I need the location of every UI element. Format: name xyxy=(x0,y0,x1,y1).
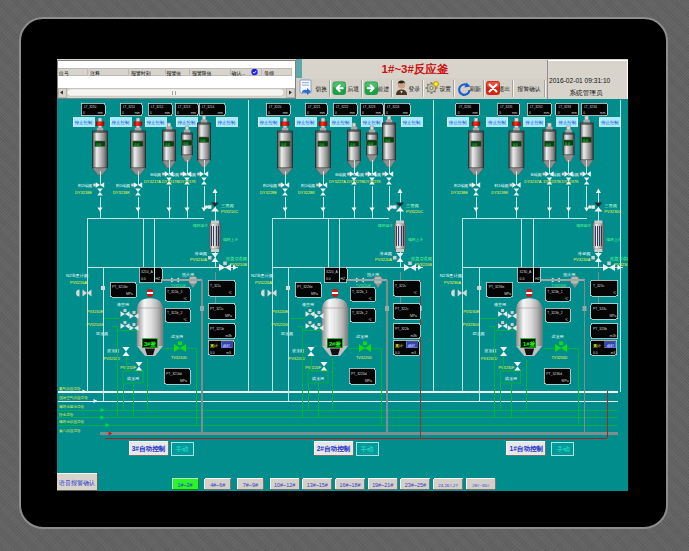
svg-text:DY3227A: DY3227A xyxy=(329,179,346,184)
svg-text:1#釜: 1#釜 xyxy=(523,341,535,347)
svg-text:4#~6#: 4#~6# xyxy=(210,482,225,488)
svg-text:0.0: 0.0 xyxy=(141,277,146,281)
svg-text:19#~21#: 19#~21# xyxy=(372,482,393,488)
svg-text:3220_A: 3220_A xyxy=(326,270,338,274)
svg-text:报警限值: 报警限值 xyxy=(192,70,212,77)
svg-text:累计: 累计 xyxy=(593,343,601,348)
svg-text:0.0: 0.0 xyxy=(135,143,140,147)
svg-text:HZ: HZ xyxy=(535,277,540,281)
svg-text:DY3238E: DY3238E xyxy=(451,190,468,195)
svg-text:循环上水: 循环上水 xyxy=(408,237,423,242)
svg-text:PV3230C: PV3230C xyxy=(604,209,621,214)
svg-text:LT_3213: LT_3213 xyxy=(178,105,191,109)
svg-text:2016-02-01 09:31:10: 2016-02-01 09:31:10 xyxy=(549,77,611,84)
svg-text:PV3210A: PV3210A xyxy=(190,257,207,262)
svg-text:0.0: 0.0 xyxy=(326,277,331,281)
svg-text:0.0: 0.0 xyxy=(546,143,551,147)
svg-text:DY3237B: DY3237B xyxy=(543,179,560,184)
svg-text:烘水用: 烘水用 xyxy=(127,376,139,381)
svg-text:PV3230A: PV3230A xyxy=(573,257,590,262)
svg-text:PT_3236d: PT_3236d xyxy=(546,372,562,376)
svg-text:DY3228K: DY3228K xyxy=(298,190,315,195)
svg-text:修空用: 修空用 xyxy=(494,302,506,307)
svg-text:PV3216A: PV3216A xyxy=(70,280,87,285)
svg-text:1#~3#反应釜: 1#~3#反应釜 xyxy=(382,62,449,75)
svg-text:DY3228E: DY3228E xyxy=(260,190,277,195)
svg-text:手动: 手动 xyxy=(176,445,189,453)
svg-text:PT_3216e: PT_3216e xyxy=(112,285,128,289)
svg-text:7#~9#: 7#~9# xyxy=(243,482,258,488)
svg-text:24,26#,27: 24,26#,27 xyxy=(438,483,458,488)
svg-text:PV3230B: PV3230B xyxy=(614,262,628,267)
svg-text:0: 0 xyxy=(529,111,531,115)
svg-text:PV3210B: PV3210B xyxy=(230,262,247,267)
svg-text:23#~25#: 23#~25# xyxy=(405,482,426,488)
svg-text:DY3237K: DY3237K xyxy=(562,179,579,184)
svg-text:28#~30#: 28#~30# xyxy=(472,483,490,488)
svg-text:3210_A: 3210_A xyxy=(141,270,153,274)
svg-text:℃: ℃ xyxy=(565,297,569,301)
svg-text:PV3220C: PV3220C xyxy=(406,209,423,214)
svg-text:m3h: m3h xyxy=(410,334,417,338)
svg-text:mm: mm xyxy=(350,111,356,115)
svg-text:PV3220G: PV3220G xyxy=(272,323,289,327)
svg-text:mm: mm xyxy=(403,111,409,115)
svg-text:循环回水: 循环回水 xyxy=(576,223,591,228)
svg-text:1#自动控制: 1#自动控制 xyxy=(509,445,543,453)
svg-text:循环回水: 循环回水 xyxy=(378,223,393,228)
svg-text:语音报警确认: 语音报警确认 xyxy=(58,479,95,487)
svg-text:切换: 切换 xyxy=(315,86,327,93)
svg-text:TV3230D: TV3230D xyxy=(552,356,568,360)
svg-text:PV3226A: PV3226A xyxy=(255,280,272,285)
svg-text:LT_3232: LT_3232 xyxy=(530,105,543,109)
svg-text:0: 0 xyxy=(307,111,309,115)
svg-text:位号: 位号 xyxy=(58,71,69,76)
svg-text:PT_3226d: PT_3226d xyxy=(351,372,367,376)
svg-text:T_321c: T_321c xyxy=(210,284,222,288)
svg-text:循环上水: 循环上水 xyxy=(606,237,621,242)
svg-text:修空用: 修空用 xyxy=(302,302,314,307)
svg-text:累计: 累计 xyxy=(395,343,403,348)
svg-text:DY3218K: DY3218K xyxy=(113,190,130,195)
svg-text:PV3230F: PV3230F xyxy=(498,366,515,370)
svg-text:T_322c: T_322c xyxy=(395,284,407,288)
svg-text:T_321b_2: T_321b_2 xyxy=(167,311,182,315)
svg-text:DY3238K: DY3238K xyxy=(491,190,508,195)
svg-text:LT_3214: LT_3214 xyxy=(202,105,215,109)
svg-text:后退: 后退 xyxy=(347,85,359,93)
svg-text:0: 0 xyxy=(177,111,179,115)
svg-text:2#釜: 2#釜 xyxy=(329,341,341,347)
svg-text:T_323c: T_323c xyxy=(593,284,605,288)
svg-text:退出: 退出 xyxy=(498,85,510,92)
svg-text:修空用: 修空用 xyxy=(117,302,129,307)
svg-text:手动: 手动 xyxy=(557,445,570,453)
svg-text:PV3210F: PV3210F xyxy=(120,366,137,370)
svg-text:循环上水: 循环上水 xyxy=(223,237,238,242)
svg-text:LT_3220: LT_3220 xyxy=(269,105,282,109)
svg-text:DY3227B: DY3227B xyxy=(347,179,364,184)
svg-text:℃: ℃ xyxy=(368,318,372,322)
svg-text:PV3220E: PV3220E xyxy=(272,310,289,314)
svg-text:LT_3230: LT_3230 xyxy=(459,105,472,109)
svg-text:0.0: 0.0 xyxy=(583,139,588,143)
svg-text:PV3220A: PV3220A xyxy=(375,257,392,262)
svg-text:0.0: 0.0 xyxy=(513,143,518,147)
svg-text:氮气供应总管: 氮气供应总管 xyxy=(59,386,81,391)
svg-text:LT_3231: LT_3231 xyxy=(500,105,513,109)
svg-text:3230_A: 3230_A xyxy=(520,270,532,274)
svg-text:mm: mm xyxy=(544,111,550,115)
svg-text:TV3220D: TV3220D xyxy=(356,356,372,360)
svg-text:T_323b_2: T_323b_2 xyxy=(547,311,562,315)
svg-text:0: 0 xyxy=(458,111,460,115)
svg-text:0.0: 0.0 xyxy=(351,143,356,147)
svg-text:0.0: 0.0 xyxy=(565,142,570,146)
svg-text:MPa: MPa xyxy=(504,292,511,296)
svg-text:m3: m3 xyxy=(226,351,231,355)
svg-text:0.0: 0.0 xyxy=(473,143,478,147)
svg-text:T_323b_1: T_323b_1 xyxy=(547,290,562,294)
svg-text:循环回水: 循环回水 xyxy=(193,223,208,228)
svg-text:℃: ℃ xyxy=(613,291,617,295)
svg-text:0.0: 0.0 xyxy=(282,143,287,147)
svg-text:mm: mm xyxy=(98,111,104,115)
svg-text:3#自动控制: 3#自动控制 xyxy=(132,445,166,453)
